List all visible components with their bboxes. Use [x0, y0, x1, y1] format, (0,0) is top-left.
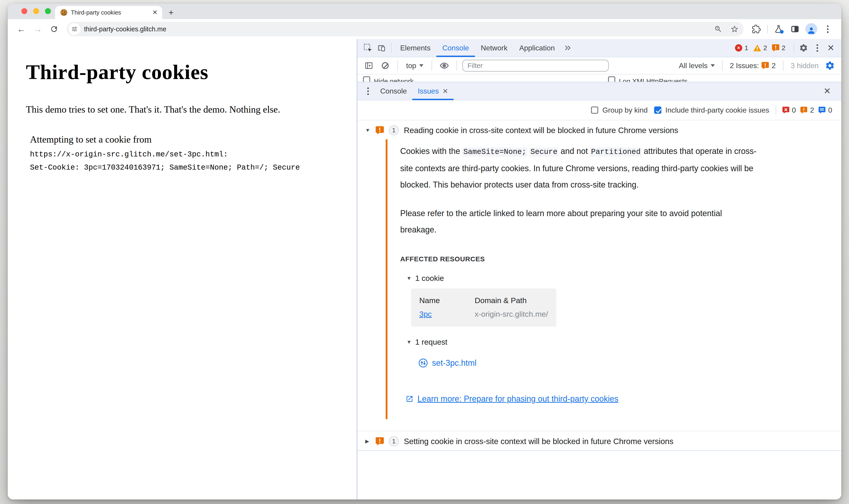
- tabbar-divider: [391, 43, 392, 53]
- console-settings-button[interactable]: [823, 59, 837, 72]
- checkbox-icon: [363, 76, 370, 82]
- extensions-button[interactable]: [749, 22, 764, 36]
- code-samesite: SameSite=None;: [462, 147, 527, 157]
- issue-details: Cookies with the SameSite=None; Secure a…: [386, 139, 776, 419]
- site-settings-button[interactable]: [69, 23, 81, 35]
- caret-right-icon[interactable]: ▶: [365, 438, 371, 444]
- javascript-context-select[interactable]: top: [403, 61, 426, 70]
- back-button[interactable]: ←: [14, 22, 29, 36]
- include-third-party-checkbox[interactable]: Include third-party cookie issues: [654, 106, 769, 114]
- learn-more-link[interactable]: Learn more: Prepare for phasing out thir…: [418, 394, 618, 404]
- hidden-messages-label: 3 hidden: [791, 61, 818, 70]
- hide-network-label: Hide network: [374, 76, 413, 82]
- column-name: Name: [419, 293, 475, 307]
- bookmark-button[interactable]: [728, 23, 741, 35]
- kebab-menu-icon: [367, 87, 369, 95]
- cookie-section-toggle[interactable]: ▼ 1 cookie: [407, 274, 758, 283]
- log-levels-select[interactable]: All levels: [679, 61, 715, 70]
- console-filter-input[interactable]: [462, 60, 609, 72]
- desktop-background: Third-party cookies ✕ + ← → third-party-…: [0, 0, 849, 504]
- gear-icon: [799, 43, 808, 52]
- live-expression-button[interactable]: [438, 59, 451, 72]
- affected-resources-heading: AFFECTED RESOURCES: [400, 255, 758, 263]
- drawer-menu-button[interactable]: [361, 84, 375, 98]
- request-item[interactable]: set-3pc.html: [418, 358, 758, 368]
- console-settings-row: Hide network Log XMLHttpRequests: [357, 74, 841, 82]
- zoom-button[interactable]: [712, 23, 725, 35]
- error-badge-icon: ×: [735, 44, 742, 52]
- inspect-cursor-icon: [364, 43, 372, 52]
- devtools-panel: Elements Console Network Application × 1…: [357, 39, 841, 500]
- issues-tab-close-icon[interactable]: ✕: [442, 87, 448, 95]
- inspect-element-button[interactable]: [361, 41, 375, 55]
- issue-bubble-icon: [376, 126, 384, 134]
- browser-menu-button[interactable]: [820, 22, 835, 36]
- forward-button[interactable]: →: [31, 22, 45, 36]
- drawer-tab-console[interactable]: Console: [375, 82, 412, 100]
- url-bar[interactable]: third-party-cookies.glitch.me: [67, 22, 744, 36]
- tab-console[interactable]: Console: [436, 39, 475, 57]
- error-severity-count: 0: [792, 106, 796, 114]
- hide-network-checkbox[interactable]: Hide network: [363, 76, 413, 82]
- clear-console-button[interactable]: [378, 59, 392, 72]
- tab-close-icon[interactable]: ✕: [153, 9, 158, 16]
- devtools-settings-button[interactable]: [797, 41, 810, 55]
- minimize-window-button[interactable]: [33, 8, 39, 14]
- star-icon: [730, 25, 739, 33]
- tab-network[interactable]: Network: [475, 39, 513, 57]
- log-xhr-checkbox[interactable]: Log XMLHttpRequests: [608, 76, 688, 82]
- issues-counter-button[interactable]: 2 Issues: 2: [730, 61, 776, 70]
- page-title: Third-party cookies: [26, 60, 343, 84]
- attempt-url: https://x-origin-src.glitch.me/set-3pc.h…: [30, 148, 343, 161]
- more-tabs-button[interactable]: [561, 41, 574, 55]
- console-sidebar-toggle-button[interactable]: [362, 59, 376, 72]
- device-toolbar-button[interactable]: [375, 41, 388, 55]
- drawer-close-button[interactable]: ✕: [820, 84, 834, 98]
- drawer-tab-issues[interactable]: Issues ✕: [412, 82, 454, 100]
- issues-count: 2: [781, 44, 785, 52]
- issue-bubble-icon: [376, 437, 384, 446]
- cookie-favicon-icon: [60, 9, 67, 16]
- back-arrow-icon: ←: [17, 24, 26, 34]
- devtools-drawer: Console Issues ✕ ✕: [357, 82, 841, 500]
- toolbar-divider: [767, 25, 768, 33]
- close-window-button[interactable]: [21, 8, 27, 14]
- learn-more-row[interactable]: Learn more: Prepare for phasing out thir…: [406, 394, 758, 404]
- issue-row-reading-cookie[interactable]: ▼ 1 Reading cookie in cross-site context…: [357, 120, 841, 139]
- consolebar-divider4: [722, 60, 723, 71]
- devtools-close-button[interactable]: ✕: [824, 41, 838, 55]
- issue-row-setting-cookie[interactable]: ▶ 1 Setting cookie in cross-site context…: [357, 431, 841, 450]
- consolebar-divider3: [457, 60, 457, 71]
- browser-tab[interactable]: Third-party cookies ✕: [55, 6, 162, 19]
- table-header-row: Name Domain & Path: [419, 293, 548, 307]
- error-count: 1: [744, 44, 748, 52]
- code-partitioned: Partitioned: [590, 147, 641, 157]
- reload-icon: [50, 25, 58, 33]
- window-controls: [21, 8, 51, 14]
- request-file-link[interactable]: set-3pc.html: [432, 358, 477, 368]
- browser-window: Third-party cookies ✕ + ← → third-party-…: [8, 4, 841, 500]
- levels-label: All levels: [679, 61, 707, 70]
- new-tab-button[interactable]: +: [169, 8, 174, 17]
- cookie-domain-value: x-origin-src.glitch.me/: [475, 307, 548, 321]
- group-by-kind-checkbox[interactable]: Group by kind: [591, 106, 648, 114]
- reload-button[interactable]: [47, 22, 61, 36]
- chevron-down-icon: [419, 64, 423, 67]
- request-section-toggle[interactable]: ▼ 1 request: [407, 338, 758, 346]
- profile-button[interactable]: [804, 22, 818, 36]
- devtools-menu-button[interactable]: [810, 41, 824, 55]
- request-section-label: 1 request: [415, 338, 447, 346]
- console-toolbar: top All levels: [357, 57, 841, 74]
- fullscreen-window-button[interactable]: [45, 8, 51, 14]
- tab-elements[interactable]: Elements: [394, 39, 436, 57]
- warning-triangle-icon: [754, 44, 761, 51]
- experiments-button[interactable]: [771, 22, 786, 36]
- tab-application[interactable]: Application: [513, 39, 561, 57]
- cookie-name-link[interactable]: 3pc: [419, 310, 432, 318]
- caret-down-icon[interactable]: ▼: [365, 127, 371, 133]
- devtools-status-badges[interactable]: × 1 2 2: [735, 44, 788, 52]
- side-panel-button[interactable]: [788, 22, 802, 36]
- warning-count: 2: [763, 44, 767, 52]
- gear-icon-active: [825, 60, 835, 71]
- device-toolbar-icon: [377, 43, 386, 52]
